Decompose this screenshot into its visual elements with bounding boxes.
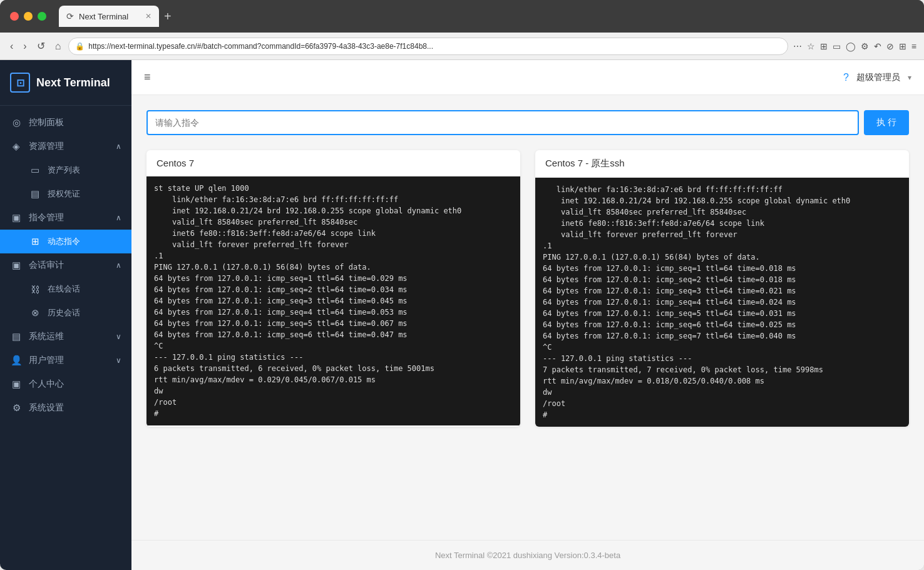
close-button[interactable]	[10, 12, 19, 21]
sidebar-item-session[interactable]: ▣ 会话审计 ∧	[0, 253, 131, 277]
active-tab[interactable]: ⟳ Next Terminal ✕	[59, 6, 159, 27]
sidebar-item-dynamic-command[interactable]: ⊞ 动态指令	[0, 230, 131, 253]
sidebar-item-label: 历史会话	[48, 307, 80, 318]
traffic-lights	[10, 12, 46, 21]
browser-toolbar: ‹ › ↺ ⌂ 🔒 https://next-terminal.typesafe…	[0, 33, 924, 60]
dynamic-command-icon: ⊞	[29, 236, 41, 247]
history-icon: ⊗	[29, 307, 41, 318]
top-bar-right: ? 超级管理员 ▾	[843, 72, 911, 83]
sidebar-item-label: 控制面板	[29, 117, 64, 128]
sidebar-icon[interactable]: ⊞	[820, 41, 828, 51]
sidebar-logo: ⊡ Next Terminal	[0, 60, 131, 106]
chevron-down-icon: ∨	[116, 356, 121, 365]
sidebar-item-resource[interactable]: ◈ 资源管理 ∧	[0, 135, 131, 158]
command-input[interactable]	[146, 110, 859, 135]
terminal-title-2: Centos 7 - 原生ssh	[535, 150, 909, 178]
tab-close-button[interactable]: ✕	[145, 12, 151, 21]
execute-button[interactable]: 执 行	[864, 110, 909, 135]
sidebar-item-online[interactable]: ⛓ 在线会话	[0, 277, 131, 301]
sidebar-item-command[interactable]: ▣ 指令管理 ∧	[0, 206, 131, 230]
chevron-up-icon: ∧	[116, 142, 121, 151]
sidebar-item-dashboard[interactable]: ◎ 控制面板	[0, 111, 131, 135]
maximize-button[interactable]	[38, 12, 46, 21]
address-bar[interactable]: 🔒 https://next-terminal.typesafe.cn/#/ba…	[68, 38, 788, 55]
new-tab-button[interactable]: +	[164, 9, 172, 24]
ops-icon: ▤	[10, 331, 23, 342]
sidebar-item-label: 指令管理	[29, 212, 64, 223]
url-text: https://next-terminal.typesafe.cn/#/batc…	[88, 42, 781, 51]
security-icon: 🔒	[75, 42, 85, 51]
content-area: 执 行 Centos 7 st state UP qlen 1000 link/…	[131, 95, 924, 540]
terminal-output-2: link/ether fa:16:3e:8d:a7:e6 brd ff:ff:f…	[543, 184, 901, 420]
home-button[interactable]: ⌂	[53, 38, 64, 54]
terminals-grid: Centos 7 st state UP qlen 1000 link/ethe…	[146, 150, 909, 427]
logo-icon: ⊡	[10, 73, 30, 93]
logo-text: Next Terminal	[36, 76, 110, 89]
sidebar-item-label: 系统设置	[29, 402, 64, 414]
terminal-card-1: Centos 7 st state UP qlen 1000 link/ethe…	[146, 150, 520, 427]
help-icon[interactable]: ?	[843, 72, 849, 83]
chevron-up-icon: ∧	[116, 213, 121, 222]
sidebar-item-history[interactable]: ⊗ 历史会话	[0, 301, 131, 325]
command-icon: ▣	[10, 212, 23, 223]
footer-text: Next Terminal ©2021 dushixiang Version:0…	[435, 551, 620, 560]
refresh-button[interactable]: ↺	[34, 38, 48, 54]
command-input-row: 执 行	[146, 110, 909, 135]
browser-frame: ⟳ Next Terminal ✕ + ‹ › ↺ ⌂ 🔒 https://ne…	[0, 0, 924, 570]
toolbar-icons: ⋯ ☆ ⊞ ▭ ◯ ⚙ ↶ ⊘ ⊞ ≡	[793, 41, 916, 51]
sidebar-item-label: 资产列表	[48, 165, 80, 176]
terminal-output-1: st state UP qlen 1000 link/ether fa:16:3…	[154, 183, 513, 419]
sidebar-item-label: 会话审计	[29, 260, 64, 271]
sidebar-item-label: 系统运维	[29, 331, 64, 342]
user-name: 超级管理员	[856, 72, 900, 83]
terminal-body-1[interactable]: st state UP qlen 1000 link/ether fa:16:3…	[146, 176, 520, 425]
hamburger-icon[interactable]: ≡	[144, 71, 151, 84]
dashboard-icon: ◎	[10, 117, 23, 128]
tab-label: Next Terminal	[79, 12, 128, 21]
menu-icon[interactable]: ≡	[911, 41, 916, 51]
back-button[interactable]: ‹	[8, 38, 16, 54]
forward-button[interactable]: ›	[21, 38, 29, 54]
tab-favicon: ⟳	[66, 11, 74, 21]
settings-icon: ⚙	[10, 402, 23, 414]
minimize-button[interactable]	[24, 12, 33, 21]
online-icon: ⛓	[29, 284, 41, 295]
tab-bar: ⟳ Next Terminal ✕ +	[59, 6, 172, 27]
chevron-up-icon: ∧	[116, 261, 121, 270]
sidebar-item-label: 个人中心	[29, 379, 64, 390]
top-bar: ≡ ? 超级管理员 ▾	[131, 60, 924, 95]
asset-icon: ▭	[29, 165, 41, 176]
profile-icon: ▣	[10, 379, 23, 390]
resource-icon: ◈	[10, 141, 23, 152]
sidebar-item-label: 用户管理	[29, 355, 64, 366]
sidebar-item-settings[interactable]: ⚙ 系统设置	[0, 396, 131, 420]
addons-icon[interactable]: ⊞	[899, 41, 906, 51]
block-icon[interactable]: ⊘	[886, 41, 894, 51]
sidebar-item-ops[interactable]: ▤ 系统运维 ∨	[0, 325, 131, 349]
sidebar-item-label: 授权凭证	[48, 188, 80, 200]
main-content: ≡ ? 超级管理员 ▾ 执 行 Centos 7	[131, 60, 924, 570]
terminal-title-1: Centos 7	[146, 150, 520, 176]
terminal-body-2[interactable]: link/ether fa:16:3e:8d:a7:e6 brd ff:ff:f…	[535, 178, 909, 427]
account-icon[interactable]: ◯	[846, 41, 856, 51]
settings-toolbar-icon[interactable]: ⚙	[861, 41, 869, 51]
users-icon: 👤	[10, 355, 23, 366]
sidebar-item-label: 动态指令	[48, 236, 80, 247]
bookmark-icon[interactable]: ☆	[807, 41, 815, 51]
sidebar-item-users[interactable]: 👤 用户管理 ∨	[0, 349, 131, 372]
sidebar: ⊡ Next Terminal ◎ 控制面板 ◈ 资源管理 ∧ ▭ 资产列表	[0, 60, 131, 570]
user-dropdown-arrow[interactable]: ▾	[908, 73, 911, 82]
session-icon: ▣	[10, 260, 23, 271]
extensions-icon[interactable]: ⋯	[793, 41, 802, 51]
sidebar-item-profile[interactable]: ▣ 个人中心	[0, 372, 131, 396]
sidebar-item-credential[interactable]: ▤ 授权凭证	[0, 182, 131, 206]
sidebar-item-label: 在线会话	[48, 283, 80, 295]
sidebar-item-asset[interactable]: ▭ 资产列表	[0, 158, 131, 182]
app-container: ⊡ Next Terminal ◎ 控制面板 ◈ 资源管理 ∧ ▭ 资产列表	[0, 60, 924, 570]
footer: Next Terminal ©2021 dushixiang Version:0…	[131, 540, 924, 570]
reader-icon[interactable]: ▭	[833, 41, 841, 51]
sidebar-item-label: 资源管理	[29, 141, 64, 152]
terminal-card-2: Centos 7 - 原生ssh link/ether fa:16:3e:8d:…	[535, 150, 909, 427]
browser-titlebar: ⟳ Next Terminal ✕ +	[0, 0, 924, 33]
history-toolbar-icon[interactable]: ↶	[874, 41, 881, 51]
